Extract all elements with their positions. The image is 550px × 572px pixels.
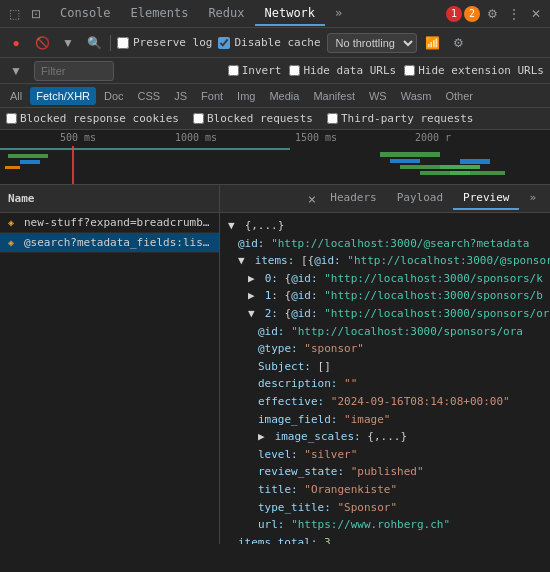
request-item-selected[interactable]: ◈ @search?metadata_fields:list=lev... [0, 233, 219, 253]
left-panel: Name ◈ new-stuff?expand=breadcrumbs,... … [0, 185, 220, 544]
json-items-total: items_total: 3 [228, 534, 542, 544]
disable-cache-label[interactable]: Disable cache [218, 36, 320, 49]
warning-badge: 2 [464, 6, 480, 22]
json-item2-review-state: review_state: "published" [228, 463, 542, 481]
blocked-requests-checkbox[interactable] [193, 113, 204, 124]
type-media[interactable]: Media [263, 87, 305, 105]
tab-payload[interactable]: Payload [387, 187, 453, 210]
tab-headers[interactable]: Headers [320, 187, 386, 210]
invert-label[interactable]: Invert [228, 64, 282, 77]
expand-item1[interactable]: ▶ [248, 287, 258, 305]
tab-preview[interactable]: Preview [453, 187, 519, 210]
wifi-icon[interactable]: 📶 [423, 33, 443, 53]
json-item2-subject: Subject: [] [228, 358, 542, 376]
tab-more-right[interactable]: » [519, 187, 546, 210]
preserve-log-text: Preserve log [133, 36, 212, 49]
filter-input-wrap[interactable] [34, 61, 114, 81]
expand-item2[interactable]: ▼ [248, 305, 258, 323]
main-content: Name ◈ new-stuff?expand=breadcrumbs,... … [0, 185, 550, 544]
request-name-1: @search?metadata_fields:list=lev... [24, 236, 211, 249]
type-all[interactable]: All [4, 87, 28, 105]
json-item2-image-field: image_field: "image" [228, 411, 542, 429]
request-item[interactable]: ◈ new-stuff?expand=breadcrumbs,... [0, 213, 219, 233]
expand-image-scales[interactable]: ▶ [258, 428, 268, 446]
main-tabs: Console Elements Redux Network » [50, 2, 352, 26]
type-css[interactable]: CSS [132, 87, 167, 105]
type-fetch-xhr[interactable]: Fetch/XHR [30, 87, 96, 105]
error-badge: 1 [446, 6, 462, 22]
tab-console[interactable]: Console [50, 2, 121, 26]
json-item2-url: url: "https://www.rohberg.ch" [228, 516, 542, 534]
invert-checkbox[interactable] [228, 65, 239, 76]
device-icon[interactable]: ⊡ [26, 4, 46, 24]
json-items-line[interactable]: ▼ items: [{@id: "http://localhost:3000/@… [228, 252, 542, 270]
json-viewer: ▼ {,...} @id: "http://localhost:3000/@se… [220, 213, 550, 544]
type-js[interactable]: JS [168, 87, 193, 105]
svg-rect-6 [390, 159, 420, 163]
clear-button[interactable]: 🚫 [32, 33, 52, 53]
hide-data-urls-text: Hide data URLs [303, 64, 396, 77]
json-item2-id: @id: "http://localhost:3000/sponsors/ora [228, 323, 542, 341]
json-item1[interactable]: ▶ 1: {@id: "http://localhost:3000/sponso… [228, 287, 542, 305]
filter-input[interactable] [41, 65, 101, 77]
disable-cache-checkbox[interactable] [218, 37, 230, 49]
settings-icon[interactable]: ⚙ [482, 4, 502, 24]
svg-rect-2 [8, 154, 48, 158]
settings-network-icon[interactable]: ⚙ [449, 33, 469, 53]
tab-more[interactable]: » [325, 2, 352, 26]
json-item2-effective: effective: "2024-09-16T08:14:08+00:00" [228, 393, 542, 411]
third-party-requests-text: Third-party requests [341, 112, 473, 125]
blocked-response-cookies-checkbox[interactable] [6, 113, 17, 124]
tab-elements[interactable]: Elements [121, 2, 199, 26]
timeline-label-1000: 1000 ms [175, 132, 217, 143]
hide-extension-urls-checkbox[interactable] [404, 65, 415, 76]
filter-bar: ▼ Invert Hide data URLs Hide extension U… [0, 58, 550, 84]
json-root[interactable]: ▼ {,...} [228, 217, 542, 235]
json-id-line: @id: "http://localhost:3000/@search?meta… [228, 235, 542, 253]
svg-rect-1 [72, 146, 74, 185]
third-party-requests-checkbox[interactable] [327, 113, 338, 124]
timeline-area: 500 ms 1000 ms 1500 ms 2000 r [0, 130, 550, 185]
more-icon[interactable]: ⋮ [504, 4, 524, 24]
blocked-response-cookies-label[interactable]: Blocked response cookies [6, 112, 179, 125]
json-item2[interactable]: ▼ 2: {@id: "http://localhost:3000/sponso… [228, 305, 542, 323]
timeline-label-2000: 2000 r [415, 132, 451, 143]
tab-redux[interactable]: Redux [198, 2, 254, 26]
svg-rect-4 [5, 166, 20, 169]
third-party-requests-label[interactable]: Third-party requests [327, 112, 473, 125]
type-wasm[interactable]: Wasm [395, 87, 438, 105]
type-manifest[interactable]: Manifest [307, 87, 361, 105]
type-img[interactable]: Img [231, 87, 261, 105]
expand-items[interactable]: ▼ [238, 252, 248, 270]
preserve-log-label[interactable]: Preserve log [117, 36, 212, 49]
type-other[interactable]: Other [439, 87, 479, 105]
hide-extension-urls-label[interactable]: Hide extension URLs [404, 64, 544, 77]
expand-root[interactable]: ▼ [228, 217, 238, 235]
close-panel-button[interactable]: × [304, 191, 320, 207]
record-button[interactable]: ● [6, 33, 26, 53]
json-item2-type-title: type_title: "Sponsor" [228, 499, 542, 517]
type-ws[interactable]: WS [363, 87, 393, 105]
preserve-log-checkbox[interactable] [117, 37, 129, 49]
filter-icon[interactable]: ▼ [6, 61, 26, 81]
hide-data-urls-label[interactable]: Hide data URLs [289, 64, 396, 77]
name-column-header: Name [0, 185, 219, 213]
json-item2-level: level: "silver" [228, 446, 542, 464]
hide-data-urls-checkbox[interactable] [289, 65, 300, 76]
search-button[interactable]: 🔍 [84, 33, 104, 53]
blocked-requests-label[interactable]: Blocked requests [193, 112, 313, 125]
hide-extension-urls-text: Hide extension URLs [418, 64, 544, 77]
json-item2-image-scales[interactable]: ▶ image_scales: {,...} [228, 428, 542, 446]
type-font[interactable]: Font [195, 87, 229, 105]
blocked-response-cookies-text: Blocked response cookies [20, 112, 179, 125]
expand-item0[interactable]: ▶ [248, 270, 258, 288]
tab-network[interactable]: Network [255, 2, 326, 26]
svg-rect-9 [440, 165, 480, 169]
filter-toggle[interactable]: ▼ [58, 33, 78, 53]
type-doc[interactable]: Doc [98, 87, 130, 105]
inspect-icon[interactable]: ⬚ [4, 4, 24, 24]
json-item0[interactable]: ▶ 0: {@id: "http://localhost:3000/sponso… [228, 270, 542, 288]
throttle-select[interactable]: No throttling [327, 33, 417, 53]
json-item2-type: @type: "sponsor" [228, 340, 542, 358]
close-devtools-icon[interactable]: ✕ [526, 4, 546, 24]
